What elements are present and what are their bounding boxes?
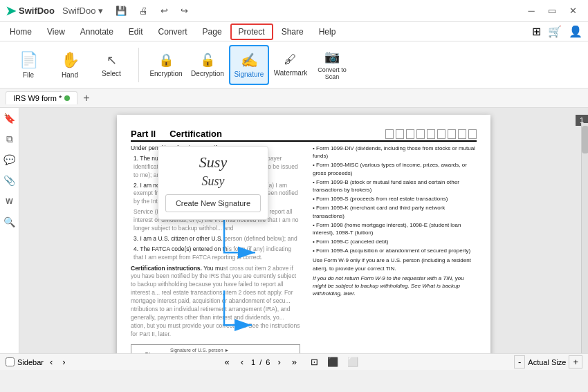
restore-btn[interactable]: ▭: [542, 3, 562, 19]
save-btn[interactable]: 💾: [112, 4, 130, 17]
tab-modified-dot: [64, 95, 70, 101]
sig-display-1: Susy: [165, 153, 261, 171]
sidebar-checkbox[interactable]: [6, 357, 15, 366]
watermark-label: Watermark: [274, 69, 308, 77]
close-btn[interactable]: ✕: [563, 3, 582, 19]
sidebar-comment-icon[interactable]: 💬: [2, 152, 17, 167]
convert-to-scan-btn[interactable]: 📷 Convert to Scan: [312, 45, 352, 85]
main-area: 🔖 ⧉ 💬 📎 W 🔍 Susy Susy Create New Signatu…: [0, 108, 588, 353]
right-item-6: • Form 1098 (home mortgage interest), 10…: [307, 221, 477, 236]
right-item-7: • Form 1099-C (canceled debt): [307, 238, 477, 245]
prev-page-nav-btn[interactable]: ‹: [237, 355, 247, 368]
fit-width-btn[interactable]: ⬛: [324, 355, 342, 368]
right-item-4: • Form 1099-S (proceeds from real estate…: [307, 195, 477, 203]
tab-label: IRS W9 form *: [13, 94, 62, 102]
sidebar-field-icon[interactable]: W: [2, 194, 17, 209]
app-name: SwifDoo: [19, 6, 55, 16]
right-col-items: • Form 1099-DIV (dividends, including th…: [307, 144, 477, 297]
menu-home[interactable]: Home: [3, 25, 39, 39]
right-item-8: • Form 1099-A (acquisition or abandonmen…: [307, 247, 477, 254]
hand-btn[interactable]: ✋ Hand: [50, 45, 90, 85]
zoom-area: - Actual Size +: [514, 355, 582, 368]
title-bar-left: ➤ SwifDoo SwifDoo ▾ 💾 🖨 ↩ ↪: [6, 3, 192, 19]
signature-label: Signature: [235, 71, 264, 78]
toolbar-sep-1: [138, 48, 139, 82]
menu-share[interactable]: Share: [275, 25, 311, 39]
cert-instructions-text: You must cross out item 2 above if you h…: [131, 265, 300, 337]
add-tab-btn[interactable]: +: [80, 92, 92, 104]
actual-size-btn[interactable]: ⬜: [344, 355, 362, 368]
sidebar-search-icon[interactable]: 🔍: [2, 214, 17, 230]
minimize-btn[interactable]: ─: [522, 3, 541, 19]
sidebar-layers-icon[interactable]: ⧉: [2, 131, 17, 147]
first-page-btn[interactable]: «: [221, 355, 233, 368]
menu-bar: Home View Annotate Edit Convert Page Pro…: [0, 22, 588, 41]
decryption-btn[interactable]: 🔓 Decryption: [187, 45, 228, 85]
sign-here-label: Sign: [145, 351, 156, 353]
decryption-label: Decryption: [191, 70, 224, 77]
window-controls: ─ ▭ ✕: [522, 3, 582, 19]
undo-btn[interactable]: ↩: [157, 4, 172, 17]
file-label: File: [23, 71, 34, 79]
cert-instructions-title: Certification instructions.: [131, 265, 202, 272]
select-btn[interactable]: ↖ Select: [91, 45, 131, 85]
watermark-btn[interactable]: 🖋 Watermark: [270, 45, 311, 85]
page-icons-area: ⊡ ⬛ ⬜: [307, 355, 362, 368]
user-icon[interactable]: 👤: [566, 25, 585, 38]
app-menu-btn[interactable]: SwifDoo ▾: [59, 4, 107, 17]
signature-popup: Susy Susy Create New Signature: [158, 146, 268, 220]
menu-edit[interactable]: Edit: [122, 25, 150, 39]
encryption-label: Encryption: [149, 70, 182, 77]
page-nav-center: « ‹ 1 / 6 › » ⊡ ⬛ ⬜: [221, 355, 362, 368]
cert-label: Certification: [169, 129, 222, 139]
next-page-btn[interactable]: ›: [59, 355, 68, 368]
decryption-icon: 🔓: [200, 53, 215, 68]
grid-icon[interactable]: ⊞: [529, 25, 544, 38]
sign-box: Sign Here Signature of U.S. person ► Sus…: [131, 344, 300, 353]
watermark-icon: 🖋: [284, 53, 297, 67]
last-page-btn[interactable]: »: [288, 355, 300, 368]
toolbar-protect-group: 🔒 Encryption 🔓 Decryption ✍ Signature 🖋 …: [143, 45, 355, 85]
sidebar-attachment-icon[interactable]: 📎: [2, 173, 17, 188]
menu-view[interactable]: View: [40, 25, 72, 39]
print-btn[interactable]: 🖨: [136, 4, 151, 17]
next-page-nav-btn[interactable]: ›: [274, 355, 284, 368]
tab-irs-w9[interactable]: IRS W9 form *: [6, 91, 77, 104]
doc-right-col: • Form 1099-DIV (dividends, including th…: [307, 144, 477, 353]
redo-btn[interactable]: ↪: [177, 4, 192, 17]
sig-display-2: Susy: [165, 174, 261, 189]
signature-btn[interactable]: ✍ Signature: [229, 45, 269, 85]
scrollbar-track[interactable]: [581, 123, 588, 353]
zoom-in-btn[interactable]: +: [569, 355, 582, 368]
prev-page-btn[interactable]: ‹: [46, 355, 56, 368]
actual-size-label: Actual Size: [528, 358, 566, 366]
right-item-1: • Form 1099-DIV (dividends, including th…: [307, 144, 477, 160]
toolbar: 📄 File ✋ Hand ↖ Select 🔒 Encryption 🔓 De…: [0, 41, 588, 88]
menu-annotate[interactable]: Annotate: [73, 25, 120, 39]
encryption-icon: 🔒: [158, 53, 174, 68]
encryption-btn[interactable]: 🔒 Encryption: [146, 45, 186, 85]
fit-page-btn[interactable]: ⊡: [307, 355, 322, 368]
file-icon: 📄: [19, 51, 38, 69]
menu-page[interactable]: Page: [196, 25, 229, 39]
create-new-signature-btn[interactable]: Create New Signature: [165, 194, 261, 212]
sig-preview: Susy Susy: [165, 153, 261, 189]
file-btn[interactable]: 📄 File: [8, 45, 48, 85]
page-nav: Sidebar ‹ › « ‹ 1 / 6 › » ⊡ ⬛ ⬜ - Actual…: [0, 353, 588, 370]
convert-scan-label: Convert to Scan: [315, 66, 349, 80]
sidebar-bookmark-icon[interactable]: 🔖: [2, 111, 17, 126]
scrollbar-thumb[interactable]: [582, 126, 588, 153]
app-logo: ➤ SwifDoo: [6, 3, 55, 19]
right-use-form: Use Form W-9 only if you are a U.S. pers…: [307, 256, 477, 272]
cart-icon[interactable]: 🛒: [545, 25, 564, 38]
menu-protect[interactable]: Protect: [230, 24, 273, 40]
cert-item-4: 4. The FATCA code(s) entered on this for…: [134, 245, 300, 262]
right-item-3: • Form 1099-B (stock or mutual fund sale…: [307, 178, 477, 194]
title-bar: ➤ SwifDoo SwifDoo ▾ 💾 🖨 ↩ ↪ ─ ▭ ✕: [0, 0, 588, 22]
convert-scan-icon: 📷: [324, 49, 340, 64]
menu-convert[interactable]: Convert: [151, 25, 194, 39]
menu-help[interactable]: Help: [312, 25, 343, 39]
zoom-out-btn[interactable]: -: [514, 355, 525, 368]
title-bar-controls: SwifDoo ▾ 💾 🖨 ↩ ↪: [59, 4, 192, 17]
doc-area[interactable]: Susy Susy Create New Signature: [19, 108, 588, 353]
